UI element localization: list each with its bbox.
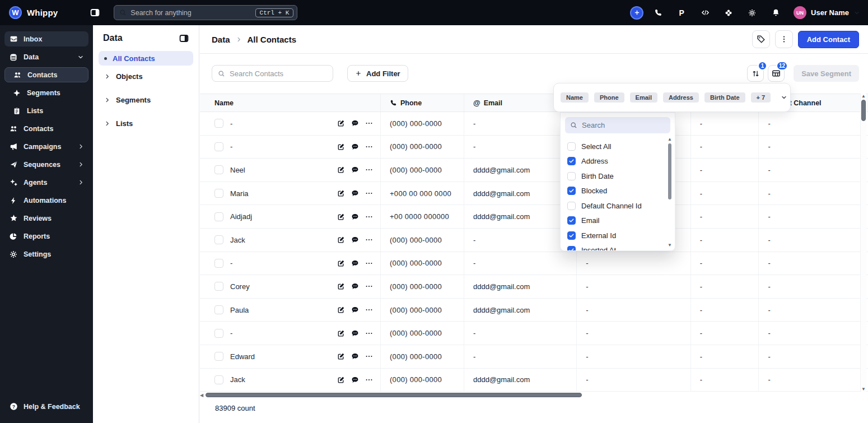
row-checkbox[interactable] (214, 375, 223, 384)
sidebar-item-contacts[interactable]: Contacts (4, 121, 88, 136)
sort-button[interactable]: 1 (747, 65, 764, 82)
edit-icon[interactable] (337, 166, 345, 174)
chat-icon[interactable] (351, 376, 359, 384)
row-checkbox[interactable] (214, 352, 223, 361)
breadcrumb-item[interactable]: All Contacts (248, 35, 297, 44)
columns-button[interactable]: 12 (768, 65, 785, 82)
sidebar-item-lists[interactable]: Lists (4, 103, 88, 118)
sidebar-item-reviews[interactable]: Reviews (4, 211, 88, 226)
phone-call-button[interactable] (649, 4, 667, 22)
vertical-scrollbar[interactable]: ▲ ▼ (860, 94, 866, 392)
scroll-up-icon[interactable]: ▲ (861, 94, 866, 99)
chat-icon[interactable] (351, 189, 359, 197)
panel-item-all-contacts[interactable]: All Contacts (99, 51, 193, 66)
edit-icon[interactable] (337, 213, 345, 221)
sidebar-item-campaigns[interactable]: Campaigns (4, 139, 88, 154)
column-header-phone[interactable]: Phone (381, 94, 464, 111)
row-checkbox[interactable] (214, 305, 223, 314)
dots-icon[interactable] (365, 282, 373, 290)
chat-icon[interactable] (351, 236, 359, 244)
scroll-down-icon[interactable]: ▼ (861, 387, 866, 392)
edit-icon[interactable] (337, 143, 345, 151)
column-chip[interactable]: Email (630, 92, 657, 103)
dropdown-scrollbar[interactable]: ▲ ▼ (667, 137, 673, 248)
chat-icon[interactable] (351, 352, 359, 360)
row-checkbox[interactable] (214, 282, 223, 291)
checkbox[interactable] (567, 172, 576, 180)
sidebar-item-sequences[interactable]: Sequences (4, 157, 88, 172)
scroll-left-icon[interactable]: ◀ (200, 393, 204, 398)
sidebar-item-data[interactable]: Data (4, 49, 88, 64)
edit-icon[interactable] (337, 119, 345, 127)
search-contacts-input[interactable]: Search Contacts (212, 65, 333, 82)
column-option-blocked[interactable]: Blocked (567, 184, 665, 199)
row-checkbox[interactable] (214, 119, 223, 128)
column-chip[interactable]: Name (561, 92, 589, 103)
chat-icon[interactable] (351, 259, 359, 267)
sidebar-item-agents[interactable]: Agents (4, 175, 88, 190)
row-checkbox[interactable] (214, 212, 223, 221)
dots-icon[interactable] (365, 352, 373, 360)
column-chip[interactable]: Phone (594, 92, 624, 103)
horizontal-scrollbar[interactable]: ◀ (200, 392, 868, 398)
column-option-default-channel-id[interactable]: Default Channel Id (567, 198, 665, 213)
checkbox[interactable] (567, 216, 576, 225)
chat-icon[interactable] (351, 166, 359, 174)
columns-search-input[interactable]: Search (565, 117, 670, 133)
row-checkbox[interactable] (214, 259, 223, 268)
sidebar-item-segments[interactable]: Segments (4, 85, 88, 100)
dots-icon[interactable] (365, 329, 373, 337)
column-chip[interactable]: Birth Date (704, 92, 745, 103)
dots-icon[interactable] (365, 189, 373, 197)
row-checkbox[interactable] (214, 142, 223, 151)
more-columns-chip[interactable]: + 7 (751, 92, 771, 103)
add-contact-button[interactable]: Add Contact (798, 31, 859, 48)
dots-icon[interactable] (365, 236, 373, 244)
column-chip[interactable]: Address (663, 92, 699, 103)
edit-icon[interactable] (337, 352, 345, 360)
column-option-external-id[interactable]: External Id (567, 228, 665, 243)
column-option-inserted-at[interactable]: Inserted At (567, 243, 665, 252)
dots-icon[interactable] (365, 119, 373, 127)
sidebar-item-inbox[interactable]: Inbox (4, 31, 88, 47)
row-checkbox[interactable] (214, 189, 223, 198)
chat-icon[interactable] (351, 306, 359, 314)
dots-icon[interactable] (365, 143, 373, 151)
sidebar-item-contacts[interactable]: Contacts (4, 67, 88, 82)
plus-circle-button[interactable] (630, 6, 643, 20)
horizontal-scrollbar-thumb[interactable] (206, 393, 582, 397)
global-search-input[interactable]: Search for anything Ctrl + K (114, 5, 297, 20)
checkbox[interactable] (567, 231, 576, 240)
vertical-scrollbar-thumb[interactable] (861, 100, 866, 121)
code-button[interactable] (696, 4, 714, 22)
edit-icon[interactable] (337, 259, 345, 267)
row-checkbox[interactable] (214, 329, 223, 338)
p-button[interactable]: P (673, 4, 690, 22)
chat-icon[interactable] (351, 329, 359, 337)
panel-toggle-icon[interactable] (179, 34, 189, 43)
chat-icon[interactable] (351, 282, 359, 290)
dots-icon[interactable] (365, 213, 373, 221)
sidebar-collapse-icon[interactable] (90, 8, 100, 17)
column-option-select-all[interactable]: Select All (567, 139, 665, 154)
sidebar-item-automations[interactable]: Automations (4, 193, 88, 208)
chat-icon[interactable] (351, 119, 359, 127)
bell-button[interactable] (767, 4, 785, 22)
checkbox[interactable] (567, 202, 576, 210)
chat-icon[interactable] (351, 213, 359, 221)
edit-icon[interactable] (337, 236, 345, 244)
checkbox[interactable] (567, 187, 576, 195)
column-header-name[interactable]: Name (200, 94, 381, 111)
scroll-down-icon[interactable]: ▼ (668, 243, 672, 248)
checkbox[interactable] (567, 142, 576, 151)
scroll-up-icon[interactable]: ▲ (668, 137, 672, 142)
edit-icon[interactable] (337, 189, 345, 197)
edit-icon[interactable] (337, 306, 345, 314)
panel-item-segments[interactable]: Segments (99, 92, 193, 107)
sidebar-item-help-feedback[interactable]: ?Help & Feedback (4, 399, 88, 414)
gear-button[interactable] (743, 4, 761, 22)
tag-button[interactable] (752, 30, 770, 48)
chat-icon[interactable] (351, 143, 359, 151)
more-options-button[interactable] (775, 30, 793, 48)
row-checkbox[interactable] (214, 235, 223, 244)
